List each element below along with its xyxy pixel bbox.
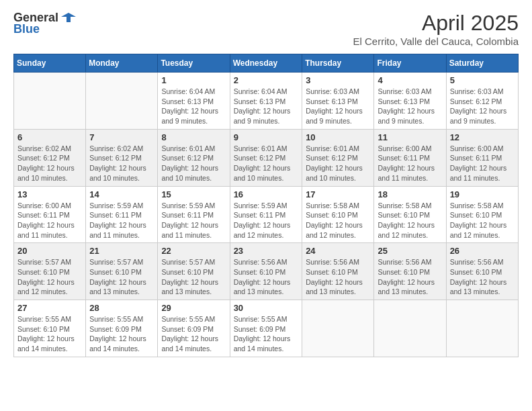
day-number: 8	[161, 132, 226, 142]
weekday-header-wednesday: Wednesday	[230, 54, 302, 73]
day-number: 28	[89, 303, 154, 313]
logo-bird-icon	[61, 10, 76, 25]
calendar-cell: 17Sunrise: 5:58 AM Sunset: 6:10 PM Dayli…	[302, 186, 374, 243]
day-number: 11	[378, 132, 442, 142]
calendar-cell: 4Sunrise: 6:03 AM Sunset: 6:13 PM Daylig…	[374, 73, 446, 130]
calendar-week-row: 27Sunrise: 5:55 AM Sunset: 6:10 PM Dayli…	[14, 300, 519, 357]
calendar-cell: 15Sunrise: 5:59 AM Sunset: 6:11 PM Dayli…	[158, 186, 230, 243]
day-number: 19	[450, 189, 515, 199]
day-info: Sunrise: 5:57 AM Sunset: 6:10 PM Dayligh…	[161, 257, 226, 297]
calendar-cell: 23Sunrise: 5:56 AM Sunset: 6:10 PM Dayli…	[230, 243, 302, 300]
day-number: 23	[234, 246, 299, 256]
day-info: Sunrise: 6:03 AM Sunset: 6:13 PM Dayligh…	[306, 87, 370, 126]
calendar-cell: 9Sunrise: 6:01 AM Sunset: 6:12 PM Daylig…	[230, 129, 302, 186]
calendar-cell: 30Sunrise: 5:55 AM Sunset: 6:09 PM Dayli…	[230, 300, 302, 357]
day-info: Sunrise: 5:58 AM Sunset: 6:10 PM Dayligh…	[450, 201, 515, 240]
day-info: Sunrise: 5:57 AM Sunset: 6:10 PM Dayligh…	[89, 257, 154, 297]
day-number: 2	[234, 75, 299, 85]
calendar-cell: 11Sunrise: 6:00 AM Sunset: 6:11 PM Dayli…	[374, 129, 446, 186]
day-info: Sunrise: 5:56 AM Sunset: 6:10 PM Dayligh…	[234, 257, 299, 297]
day-number: 21	[89, 246, 154, 256]
calendar-week-row: 20Sunrise: 5:57 AM Sunset: 6:10 PM Dayli…	[14, 243, 519, 300]
calendar-cell: 5Sunrise: 6:03 AM Sunset: 6:12 PM Daylig…	[446, 73, 518, 130]
day-number: 25	[378, 246, 442, 256]
day-info: Sunrise: 6:02 AM Sunset: 6:12 PM Dayligh…	[17, 144, 82, 183]
title-section: April 2025 El Cerrito, Valle del Cauca, …	[353, 11, 519, 47]
weekday-header-thursday: Thursday	[302, 54, 374, 73]
day-number: 5	[450, 75, 515, 85]
day-info: Sunrise: 6:00 AM Sunset: 6:11 PM Dayligh…	[17, 201, 82, 240]
day-info: Sunrise: 6:03 AM Sunset: 6:12 PM Dayligh…	[450, 87, 515, 126]
day-info: Sunrise: 5:59 AM Sunset: 6:11 PM Dayligh…	[234, 201, 299, 240]
weekday-header-sunday: Sunday	[14, 54, 86, 73]
day-number: 10	[306, 132, 370, 142]
calendar-week-row: 13Sunrise: 6:00 AM Sunset: 6:11 PM Dayli…	[14, 186, 519, 243]
day-info: Sunrise: 5:59 AM Sunset: 6:11 PM Dayligh…	[161, 201, 226, 240]
day-number: 14	[89, 189, 154, 199]
day-number: 9	[234, 132, 299, 142]
day-number: 20	[17, 246, 82, 256]
calendar-cell: 28Sunrise: 5:55 AM Sunset: 6:09 PM Dayli…	[86, 300, 158, 357]
calendar-cell	[86, 73, 158, 130]
day-info: Sunrise: 6:04 AM Sunset: 6:13 PM Dayligh…	[161, 87, 226, 126]
calendar-cell: 6Sunrise: 6:02 AM Sunset: 6:12 PM Daylig…	[14, 129, 86, 186]
day-info: Sunrise: 6:00 AM Sunset: 6:11 PM Dayligh…	[378, 144, 442, 183]
month-title: April 2025	[353, 11, 519, 36]
day-info: Sunrise: 5:56 AM Sunset: 6:10 PM Dayligh…	[450, 257, 515, 297]
logo: General Blue	[13, 11, 76, 36]
calendar-cell: 14Sunrise: 5:59 AM Sunset: 6:11 PM Dayli…	[86, 186, 158, 243]
location-text: El Cerrito, Valle del Cauca, Colombia	[353, 36, 519, 47]
weekday-header-tuesday: Tuesday	[158, 54, 230, 73]
day-number: 22	[161, 246, 226, 256]
calendar-cell: 21Sunrise: 5:57 AM Sunset: 6:10 PM Dayli…	[86, 243, 158, 300]
day-info: Sunrise: 6:02 AM Sunset: 6:12 PM Dayligh…	[89, 144, 154, 183]
day-number: 12	[450, 132, 515, 142]
calendar-cell: 19Sunrise: 5:58 AM Sunset: 6:10 PM Dayli…	[446, 186, 518, 243]
day-info: Sunrise: 5:55 AM Sunset: 6:10 PM Dayligh…	[17, 314, 82, 354]
day-info: Sunrise: 5:57 AM Sunset: 6:10 PM Dayligh…	[17, 257, 82, 297]
day-number: 3	[306, 75, 370, 85]
day-info: Sunrise: 5:59 AM Sunset: 6:11 PM Dayligh…	[89, 201, 154, 240]
day-info: Sunrise: 6:04 AM Sunset: 6:13 PM Dayligh…	[234, 87, 299, 126]
day-info: Sunrise: 5:56 AM Sunset: 6:10 PM Dayligh…	[378, 257, 442, 297]
calendar-cell: 12Sunrise: 6:00 AM Sunset: 6:11 PM Dayli…	[446, 129, 518, 186]
logo-blue-text: Blue	[13, 22, 40, 36]
calendar-cell	[14, 73, 86, 130]
day-number: 7	[89, 132, 154, 142]
day-number: 26	[450, 246, 515, 256]
day-number: 24	[306, 246, 370, 256]
day-number: 18	[378, 189, 442, 199]
svg-marker-0	[61, 13, 76, 22]
calendar-cell	[302, 300, 374, 357]
day-info: Sunrise: 5:55 AM Sunset: 6:09 PM Dayligh…	[89, 314, 154, 354]
day-info: Sunrise: 6:01 AM Sunset: 6:12 PM Dayligh…	[161, 144, 226, 183]
weekday-header-saturday: Saturday	[446, 54, 518, 73]
calendar-header-row: SundayMondayTuesdayWednesdayThursdayFrid…	[14, 54, 519, 73]
weekday-header-friday: Friday	[374, 54, 446, 73]
calendar-cell: 20Sunrise: 5:57 AM Sunset: 6:10 PM Dayli…	[14, 243, 86, 300]
day-info: Sunrise: 6:03 AM Sunset: 6:13 PM Dayligh…	[378, 87, 442, 126]
calendar-cell: 25Sunrise: 5:56 AM Sunset: 6:10 PM Dayli…	[374, 243, 446, 300]
calendar-cell: 22Sunrise: 5:57 AM Sunset: 6:10 PM Dayli…	[158, 243, 230, 300]
day-number: 13	[17, 189, 82, 199]
day-number: 30	[234, 303, 299, 313]
page-header: General Blue April 2025 El Cerrito, Vall…	[13, 11, 519, 47]
calendar-cell: 24Sunrise: 5:56 AM Sunset: 6:10 PM Dayli…	[302, 243, 374, 300]
calendar-cell: 27Sunrise: 5:55 AM Sunset: 6:10 PM Dayli…	[14, 300, 86, 357]
day-info: Sunrise: 5:58 AM Sunset: 6:10 PM Dayligh…	[378, 201, 442, 240]
calendar-cell: 8Sunrise: 6:01 AM Sunset: 6:12 PM Daylig…	[158, 129, 230, 186]
calendar-table: SundayMondayTuesdayWednesdayThursdayFrid…	[13, 54, 519, 357]
calendar-cell: 18Sunrise: 5:58 AM Sunset: 6:10 PM Dayli…	[374, 186, 446, 243]
calendar-cell: 1Sunrise: 6:04 AM Sunset: 6:13 PM Daylig…	[158, 73, 230, 130]
day-info: Sunrise: 5:55 AM Sunset: 6:09 PM Dayligh…	[161, 314, 226, 354]
calendar-week-row: 1Sunrise: 6:04 AM Sunset: 6:13 PM Daylig…	[14, 73, 519, 130]
calendar-cell: 13Sunrise: 6:00 AM Sunset: 6:11 PM Dayli…	[14, 186, 86, 243]
calendar-cell: 2Sunrise: 6:04 AM Sunset: 6:13 PM Daylig…	[230, 73, 302, 130]
day-info: Sunrise: 6:01 AM Sunset: 6:12 PM Dayligh…	[306, 144, 370, 183]
day-number: 17	[306, 189, 370, 199]
day-info: Sunrise: 6:01 AM Sunset: 6:12 PM Dayligh…	[234, 144, 299, 183]
calendar-cell: 7Sunrise: 6:02 AM Sunset: 6:12 PM Daylig…	[86, 129, 158, 186]
day-number: 16	[234, 189, 299, 199]
day-number: 15	[161, 189, 226, 199]
day-info: Sunrise: 5:56 AM Sunset: 6:10 PM Dayligh…	[306, 257, 370, 297]
